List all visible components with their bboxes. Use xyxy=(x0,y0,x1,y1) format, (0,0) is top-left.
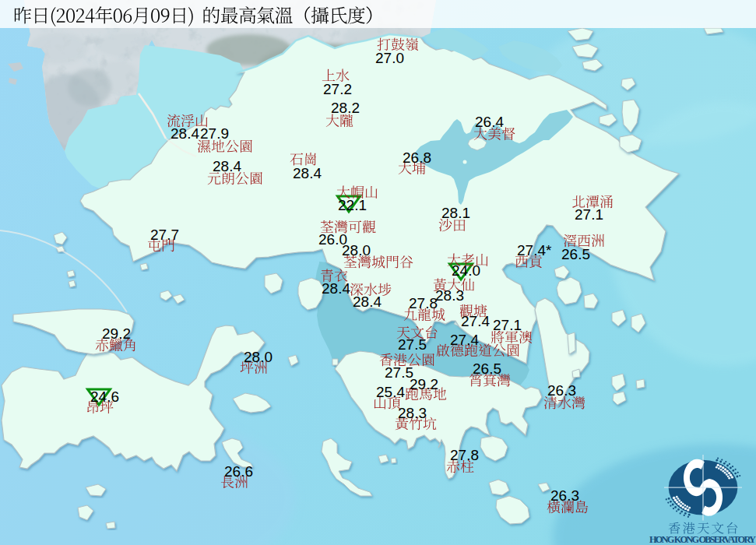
svg-text:27.1: 27.1 xyxy=(493,317,522,333)
svg-text:27.4: 27.4 xyxy=(461,313,490,329)
svg-text:27.8: 27.8 xyxy=(409,295,438,311)
svg-text:27.7: 27.7 xyxy=(150,227,179,243)
svg-text:27.4: 27.4 xyxy=(450,332,479,348)
svg-text:HONG KONG OBSERVATORY: HONG KONG OBSERVATORY xyxy=(649,534,756,545)
svg-text:22.1: 22.1 xyxy=(338,197,367,213)
svg-text:26.4: 26.4 xyxy=(475,114,504,130)
svg-text:28.4: 28.4 xyxy=(213,158,241,174)
svg-text:28.4: 28.4 xyxy=(322,280,350,297)
svg-text:24.0: 24.0 xyxy=(452,262,480,279)
svg-text:27.4*: 27.4* xyxy=(517,242,552,258)
svg-text:27.1: 27.1 xyxy=(575,206,603,223)
svg-text:27.8: 27.8 xyxy=(450,447,479,463)
svg-text:29.2: 29.2 xyxy=(410,376,438,392)
svg-text:28.1: 28.1 xyxy=(441,205,470,221)
svg-text:28.4: 28.4 xyxy=(171,125,199,142)
svg-text:27.2: 27.2 xyxy=(323,81,352,97)
svg-text:28.2: 28.2 xyxy=(331,100,360,116)
svg-text:27.0: 27.0 xyxy=(375,50,404,66)
svg-text:29.2: 29.2 xyxy=(102,325,131,342)
svg-text:26.3: 26.3 xyxy=(547,382,576,399)
svg-text:26.8: 26.8 xyxy=(403,149,431,166)
svg-text:28.4: 28.4 xyxy=(353,294,382,310)
svg-text:26.5: 26.5 xyxy=(561,246,590,262)
svg-text:26.6: 26.6 xyxy=(224,463,253,480)
svg-text:28.0: 28.0 xyxy=(342,242,371,258)
svg-text:26.5: 26.5 xyxy=(473,360,501,377)
svg-text:28.3: 28.3 xyxy=(435,287,464,304)
svg-text:28.3: 28.3 xyxy=(398,405,427,421)
svg-text:28.0: 28.0 xyxy=(244,349,273,365)
svg-text:24.6: 24.6 xyxy=(90,389,119,405)
svg-text:26.3: 26.3 xyxy=(550,487,579,504)
svg-text:27.9: 27.9 xyxy=(200,125,229,142)
svg-text:28.4: 28.4 xyxy=(293,165,322,181)
svg-text:25.4: 25.4 xyxy=(376,384,405,400)
svg-text:27.5: 27.5 xyxy=(398,336,427,353)
